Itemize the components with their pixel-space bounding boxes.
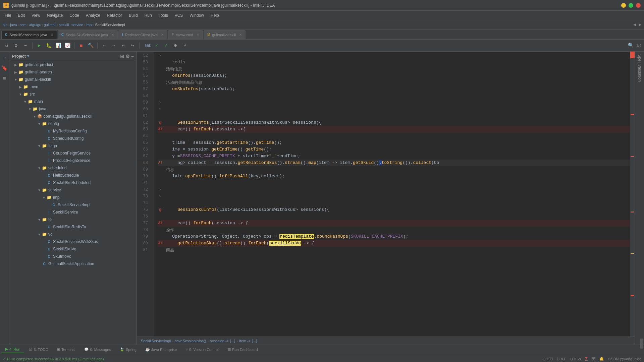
breadcrumb-ain[interactable]: ain <box>3 23 8 27</box>
tab-close-redisson[interactable]: ✕ <box>161 33 164 37</box>
tree-item-gulimall-seckill-app[interactable]: C GulimallSeckillApplication <box>9 260 137 267</box>
editor-content[interactable]: 52 53 54 55 56 57 58 59 60 61 62 63 64 6… <box>137 52 635 337</box>
bc-item-lambda[interactable]: item -> {...} <box>239 339 257 343</box>
tab-todo[interactable]: ☑ 6: TODO <box>25 346 52 353</box>
toolbar-forward[interactable]: → <box>110 42 118 50</box>
tab-close-gulimall-seckill[interactable]: ✕ <box>239 33 242 37</box>
fold-52[interactable]: ◇ <box>158 52 162 59</box>
tab-spring[interactable]: 🍃 Spring <box>116 346 141 353</box>
git-branch[interactable]: ⑂ <box>181 42 189 50</box>
tree-item-gulimall-seckill[interactable]: ▼ 📁 gulimall-seckill <box>9 76 137 83</box>
toolbar-debug[interactable]: 🐛 <box>45 42 53 50</box>
breadcrumb-impl[interactable]: impl <box>86 23 93 27</box>
tab-run[interactable]: ▶ 4: Run <box>1 346 24 353</box>
tree-item-sku-info-vo[interactable]: C SkuInfoVo <box>9 253 137 260</box>
toolbar-settings[interactable]: ⚙ <box>12 42 20 50</box>
code-editor[interactable]: ◇ redis 活动信息 onInfos(sessionData); <box>154 52 630 337</box>
tree-item-seckill-sku-scheduled[interactable]: C SeckillSkuScheduled <box>9 179 137 186</box>
toolbar-profile[interactable]: 📈 <box>63 42 71 50</box>
menu-help[interactable]: Help <box>207 12 222 19</box>
breadcrumb-atguigu[interactable]: atguigu <box>29 23 41 27</box>
tree-item-seckill-sku-redis-to[interactable]: C SeckillSkuRedisTo <box>9 223 137 231</box>
tree-item-to-folder[interactable]: ▼ 📁 to <box>9 216 137 223</box>
search-everywhere[interactable]: 🔍 <box>627 42 635 50</box>
status-crlf[interactable]: CRLF <box>557 357 567 361</box>
tree-item-product-feign[interactable]: I ProductFeignService <box>9 157 137 164</box>
tab-close-seckill-service[interactable]: ✕ <box>51 33 53 37</box>
menu-refactor[interactable]: Refactor <box>104 12 125 19</box>
tab-close-mvnw[interactable]: ✕ <box>197 33 199 37</box>
git-action[interactable]: ⊕ <box>171 42 179 50</box>
status-memory[interactable]: 🔔 <box>599 357 604 361</box>
tab-terminal[interactable]: ⊞ Terminal <box>53 346 79 353</box>
tree-item-coupon-feign[interactable]: I CouponFeignService <box>9 149 137 157</box>
tree-item-gulimall-search[interactable]: ▶ 📁 gulimall-search <box>9 68 137 76</box>
fold-59[interactable]: ◇ <box>158 99 162 106</box>
tree-ctrl-gear[interactable]: ⚙ <box>125 54 130 59</box>
tree-item-src[interactable]: ▼ 📁 src <box>9 90 137 98</box>
breadcrumb-service[interactable]: service <box>71 23 83 27</box>
git-checkmark[interactable]: ✓ <box>153 42 161 50</box>
tree-item-seckill-sku-vo[interactable]: C SeckillSkuVo <box>9 245 137 253</box>
breadcrumb-com[interactable]: com <box>19 23 26 27</box>
tree-ctrl-expand[interactable]: ⊞ <box>120 54 124 59</box>
menu-tools[interactable]: Tools <box>155 12 171 19</box>
menu-view[interactable]: View <box>28 12 44 19</box>
menu-analyze[interactable]: Analyze <box>83 12 104 19</box>
tree-item-myredisson[interactable]: C MyRedissonConfig <box>9 127 137 135</box>
side-icon-structure[interactable]: ⊞ <box>1 74 8 82</box>
bc-seckill-impl[interactable]: SeckillServiceImpl <box>141 339 171 343</box>
tab-version-control[interactable]: ⑂ 9: Version Control <box>181 346 222 353</box>
menu-navigate[interactable]: Navigate <box>44 12 66 19</box>
minimize-button[interactable] <box>621 3 626 8</box>
tree-item-hello-schedule[interactable]: C HelloSchedule <box>9 172 137 179</box>
toolbar-refresh[interactable]: ↺ <box>3 42 11 50</box>
breadcrumb-java[interactable]: java <box>10 23 17 27</box>
menu-edit[interactable]: Edit <box>14 12 28 19</box>
git-checkmark-2[interactable]: ✓ <box>162 42 170 50</box>
navigate-back[interactable]: ◀ <box>633 22 636 27</box>
toolbar-undo[interactable]: ↩ <box>119 42 127 50</box>
toolbar-coverage[interactable]: 📊 <box>54 42 62 50</box>
tree-item-package[interactable]: ▼ 📦 com.atguigu.gulimall.seckill <box>9 113 137 120</box>
toolbar-run[interactable]: ▶ <box>35 42 43 50</box>
maximize-button[interactable] <box>629 3 633 8</box>
tab-close-sku-scheduled[interactable]: ✕ <box>111 33 114 37</box>
side-icon-bookmark[interactable]: 🔖 <box>1 64 8 72</box>
tree-item-config[interactable]: ▼ 📁 config <box>9 120 137 127</box>
tab-messages[interactable]: 💬 0: Messages <box>80 346 115 353</box>
tab-java-enterprise[interactable]: ☕ Java Enterprise <box>141 346 181 353</box>
tree-item-main[interactable]: ▼ 📁 main <box>9 98 137 105</box>
toolbar-collapse[interactable]: − <box>21 42 30 50</box>
breadcrumb-seckill[interactable]: seckill <box>59 23 69 27</box>
side-icon-project[interactable]: P <box>1 54 8 62</box>
fold-73[interactable]: ◇ <box>158 193 162 200</box>
menu-build[interactable]: Build <box>125 12 141 19</box>
tree-item-gulimall-product[interactable]: ▶ 📁 gulimall-product <box>9 61 137 68</box>
status-encoding[interactable]: UTF-8 <box>571 357 581 361</box>
tree-item-scheduledconfig[interactable]: C ScheduledConfig <box>9 135 137 142</box>
menu-run[interactable]: Run <box>141 12 155 19</box>
tree-item-impl-folder[interactable]: ▼ 📁 impl <box>9 194 137 201</box>
tree-item-feign[interactable]: ▼ 📁 feign <box>9 142 137 149</box>
menu-vcs[interactable]: VCS <box>171 12 186 19</box>
tree-item-scheduled[interactable]: ▼ 📁 scheduled <box>9 164 137 172</box>
navigate-forward[interactable]: ▶ <box>639 22 641 27</box>
tab-seckill-sku-scheduled[interactable]: C SeckillSkuScheduled.java ✕ <box>58 30 118 39</box>
tab-gulimall-seckill[interactable]: M gulimall-seckill ✕ <box>204 30 246 39</box>
tab-run-dashboard[interactable]: ▦ Run Dashboard <box>223 346 262 353</box>
breadcrumb-gulimall[interactable]: gulimall <box>44 23 56 27</box>
toolbar-back[interactable]: ← <box>100 42 108 50</box>
tree-item-seckill-service[interactable]: I SeckillService <box>9 208 137 216</box>
toolbar-stop[interactable]: ◼ <box>77 42 85 50</box>
status-lang-en[interactable]: 英 <box>592 356 595 361</box>
tree-item-seckill-service-impl[interactable]: C SeckillServiceImpl <box>9 201 137 208</box>
tab-redisson-client[interactable]: I RedissonClient.java ✕ <box>118 30 167 39</box>
tree-item-mvn[interactable]: ▶ 📁 .mvn <box>9 83 137 90</box>
bc-save-session[interactable]: saveSessionInfos() <box>175 339 206 343</box>
tree-item-sessions-with-skus[interactable]: C SeckillSessionsWithSkus <box>9 238 137 245</box>
tree-item-vo-folder[interactable]: ▼ 📁 vo <box>9 231 137 238</box>
tree-ctrl-hide[interactable]: − <box>131 54 134 59</box>
menu-file[interactable]: File <box>1 12 14 19</box>
menu-window[interactable]: Window <box>186 12 207 19</box>
